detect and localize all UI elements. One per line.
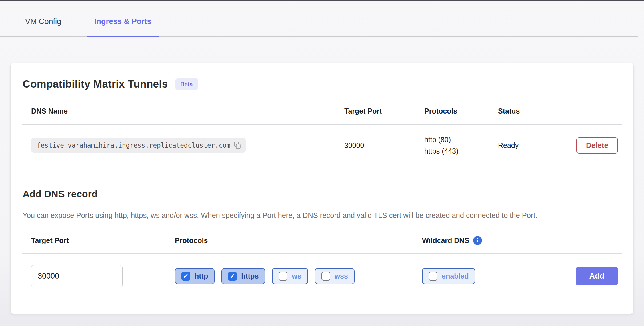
checkbox-icon — [228, 272, 237, 281]
target-port-input[interactable] — [31, 265, 123, 287]
add-dns-form-row: http https ws wss enabled Add — [22, 254, 622, 300]
table-row: festive-varahamihira.ingress.replicatedc… — [22, 125, 622, 166]
card-title-row: Compatibility Matrix Tunnels Beta — [22, 78, 622, 90]
column-header-target-port: Target Port — [344, 107, 424, 115]
form-header-target-port: Target Port — [22, 236, 175, 245]
dns-name-value: festive-varahamihira.ingress.replicatedc… — [37, 142, 230, 149]
tunnels-table-header: DNS Name Target Port Protocols Status — [22, 107, 622, 125]
column-header-dns-name: DNS Name — [22, 107, 344, 115]
wildcard-enabled-checkbox[interactable]: enabled — [422, 268, 475, 284]
checkbox-icon — [181, 272, 190, 281]
tab-bar: VM Config Ingress & Ports — [0, 1, 638, 37]
wildcard-dns-field-cell: enabled — [422, 268, 573, 284]
add-dns-record-heading: Add DNS record — [22, 188, 622, 200]
protocol-checkbox-label: ws — [292, 272, 301, 280]
protocols-field-cell: http https ws wss — [175, 268, 422, 284]
tab-vm-config[interactable]: VM Config — [18, 1, 69, 37]
form-header-protocols: Protocols — [175, 236, 422, 245]
protocol-checkbox-http[interactable]: http — [175, 268, 215, 284]
dns-name-cell: festive-varahamihira.ingress.replicatedc… — [22, 138, 344, 153]
protocol-checkbox-label: http — [195, 272, 208, 280]
checkbox-icon — [321, 272, 330, 281]
target-port-cell: 30000 — [344, 141, 424, 150]
dns-name-pill: festive-varahamihira.ingress.replicatedc… — [31, 138, 246, 153]
info-icon[interactable]: i — [473, 236, 482, 245]
add-button[interactable]: Add — [576, 267, 618, 285]
wildcard-dns-label: Wildcard DNS — [422, 236, 469, 245]
checkbox-icon — [279, 272, 287, 281]
protocol-https: https (443) — [424, 145, 498, 157]
compatibility-matrix-tunnels-card: Compatibility Matrix Tunnels Beta DNS Na… — [10, 63, 634, 314]
delete-button[interactable]: Delete — [576, 137, 618, 154]
wildcard-checkbox-label: enabled — [442, 272, 469, 280]
target-port-field-cell — [22, 265, 175, 287]
column-header-protocols: Protocols — [424, 107, 498, 115]
checkbox-icon — [429, 272, 437, 281]
protocol-http: http (80) — [424, 134, 498, 145]
page-title: Compatibility Matrix Tunnels — [23, 78, 168, 90]
protocols-cell: http (80) https (443) — [424, 134, 498, 157]
tab-ingress-ports[interactable]: Ingress & Ports — [87, 1, 159, 37]
copy-icon[interactable] — [234, 141, 241, 149]
protocol-checkbox-https[interactable]: https — [221, 268, 265, 284]
status-cell: Ready — [498, 141, 573, 150]
protocol-checkbox-label: wss — [335, 272, 348, 280]
column-header-status: Status — [498, 107, 573, 115]
protocol-checkbox-wss[interactable]: wss — [315, 268, 355, 284]
protocol-checkbox-label: https — [241, 272, 259, 280]
form-header-wildcard-dns: Wildcard DNS i — [422, 236, 573, 245]
add-dns-record-description: You can expose Ports using http, https, … — [22, 210, 613, 221]
add-dns-form-header: Target Port Protocols Wildcard DNS i — [22, 236, 622, 254]
beta-badge: Beta — [175, 78, 198, 90]
protocol-checkbox-ws[interactable]: ws — [272, 268, 308, 284]
